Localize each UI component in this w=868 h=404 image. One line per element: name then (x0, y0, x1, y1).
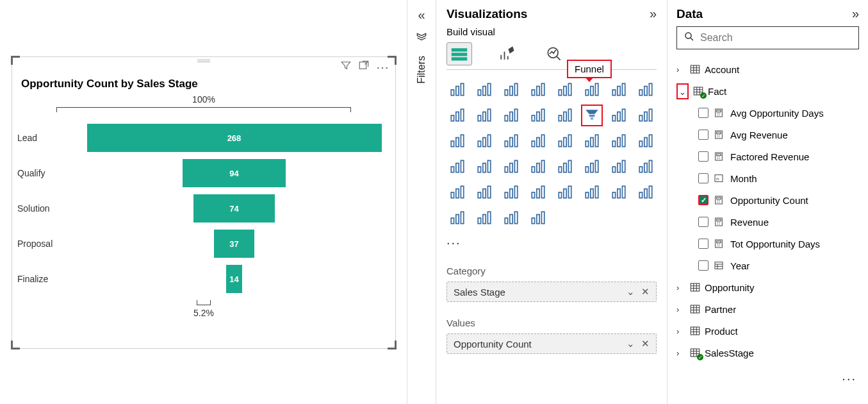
viz-type-item[interactable] (635, 105, 657, 126)
collapse-left-icon[interactable]: « (418, 8, 425, 22)
viz-type-item[interactable] (581, 130, 603, 152)
viz-type-item[interactable] (608, 181, 630, 203)
svg-rect-113 (564, 189, 566, 198)
viz-type-item[interactable] (554, 130, 576, 152)
field-row[interactable]: Factored Revenue (698, 146, 859, 167)
viz-type-item[interactable] (527, 105, 549, 126)
field-row[interactable]: Avg Opportunity Days (698, 102, 859, 124)
field-checkbox[interactable] (698, 108, 708, 118)
search-box[interactable] (676, 26, 859, 49)
viz-type-item[interactable] (446, 105, 468, 126)
funnel-bar[interactable]: 37 (214, 230, 255, 258)
viz-type-item[interactable] (473, 181, 495, 203)
field-row[interactable]: Revenue (698, 211, 859, 233)
table-node-partner[interactable]: › Partner (676, 298, 859, 320)
viz-type-item[interactable] (446, 156, 468, 178)
viz-type-item[interactable] (554, 105, 576, 126)
viz-type-item[interactable] (500, 181, 522, 203)
funnel-row[interactable]: Qualify 94 (12, 159, 395, 187)
remove-field-icon[interactable]: ✕ (641, 286, 650, 298)
field-row[interactable]: Opportunity Count (698, 189, 859, 211)
field-checkbox[interactable] (698, 173, 708, 183)
field-row[interactable]: Year (698, 255, 859, 276)
funnel-visual[interactable]: ⋯ Opportunity Count by Sales Stage 100% … (12, 56, 396, 349)
field-checkbox[interactable] (698, 151, 708, 162)
viz-type-item[interactable] (608, 130, 630, 152)
funnel-bar[interactable]: 94 (183, 159, 286, 187)
viz-type-item[interactable] (608, 79, 630, 101)
filter-icon[interactable] (340, 60, 352, 75)
remove-field-icon[interactable]: ✕ (641, 338, 650, 349)
viz-type-item[interactable] (608, 105, 630, 126)
viz-type-funnel[interactable] (581, 105, 603, 126)
field-checkbox[interactable] (698, 239, 708, 249)
field-checkbox[interactable] (698, 260, 708, 271)
build-visual-tab[interactable] (446, 42, 472, 65)
viz-type-item[interactable] (554, 181, 576, 203)
field-checkbox[interactable] (698, 195, 708, 205)
chevron-down-icon[interactable]: ⌄ (626, 286, 635, 298)
viz-type-item[interactable] (500, 156, 522, 178)
viz-type-item[interactable] (473, 105, 495, 126)
funnel-bar[interactable]: 268 (87, 124, 382, 152)
viz-type-item[interactable] (500, 207, 522, 229)
chevron-down-icon[interactable]: ⌄ (626, 338, 635, 349)
funnel-row[interactable]: Finalize 14 (12, 265, 395, 293)
field-row[interactable]: Tot Opportunity Days (698, 233, 859, 255)
table-node-opportunity[interactable]: › Opportunity (676, 276, 859, 298)
viz-type-item[interactable] (581, 156, 603, 178)
field-row[interactable]: Avg Revenue (698, 124, 859, 146)
format-visual-tab[interactable] (494, 42, 520, 65)
viz-type-item[interactable] (473, 207, 495, 229)
viz-type-item[interactable] (635, 130, 657, 152)
filters-pane-collapsed[interactable]: « Filters (407, 0, 436, 404)
viz-type-item[interactable] (473, 130, 495, 152)
viz-type-item[interactable] (608, 156, 630, 178)
viz-type-item[interactable] (635, 181, 657, 203)
collapse-right-icon[interactable]: » (852, 6, 859, 21)
funnel-row[interactable]: Proposal 37 (12, 230, 395, 258)
category-field-well[interactable]: Sales Stage ⌄✕ (446, 282, 657, 302)
field-checkbox[interactable] (698, 217, 708, 227)
collapse-right-icon[interactable]: » (650, 6, 657, 21)
viz-type-item[interactable] (446, 79, 468, 101)
viz-type-item[interactable] (446, 130, 468, 152)
viz-type-item[interactable] (527, 207, 549, 229)
drag-handle[interactable] (197, 60, 210, 62)
viz-type-item[interactable] (527, 156, 549, 178)
more-visuals-icon[interactable]: ··· (446, 235, 657, 250)
viz-type-item[interactable] (581, 79, 603, 101)
viz-type-item[interactable] (500, 130, 522, 152)
more-options-icon[interactable]: ⋯ (376, 60, 389, 75)
report-canvas[interactable]: ⋯ Opportunity Count by Sales Stage 100% … (0, 0, 407, 404)
viz-type-item[interactable] (581, 181, 603, 203)
viz-type-item[interactable] (554, 156, 576, 178)
viz-type-item[interactable] (473, 79, 495, 101)
table-node-account[interactable]: › Account (676, 58, 859, 80)
viz-type-item[interactable] (527, 79, 549, 101)
funnel-bar[interactable]: 74 (193, 194, 275, 223)
analytics-tab[interactable] (541, 42, 567, 65)
viz-type-item[interactable] (473, 156, 495, 178)
viz-type-item[interactable] (554, 79, 576, 101)
values-field-well[interactable]: Opportunity Count ⌄✕ (446, 333, 657, 354)
focus-mode-icon[interactable] (358, 60, 370, 75)
viz-type-item[interactable] (527, 181, 549, 203)
table-node-salesstage[interactable]: › SalesStage (676, 342, 859, 364)
search-input[interactable] (700, 32, 852, 44)
viz-type-item[interactable] (635, 79, 657, 101)
field-row[interactable]: fx Month (698, 167, 859, 189)
table-node-fact[interactable]: ⌄ Fact (676, 80, 859, 102)
table-node-product[interactable]: › Product (676, 320, 859, 342)
viz-type-item[interactable] (500, 105, 522, 126)
funnel-row[interactable]: Solution 74 (12, 194, 395, 223)
viz-type-item[interactable] (635, 156, 657, 178)
field-checkbox[interactable] (698, 130, 708, 140)
funnel-bar[interactable]: 14 (226, 265, 242, 293)
viz-type-item[interactable] (500, 79, 522, 101)
funnel-row[interactable]: Lead 268 (12, 124, 395, 152)
viz-type-item[interactable] (446, 181, 468, 203)
viz-type-item[interactable] (527, 130, 549, 152)
more-options-icon[interactable]: ··· (842, 371, 856, 386)
viz-type-item[interactable] (446, 207, 468, 229)
